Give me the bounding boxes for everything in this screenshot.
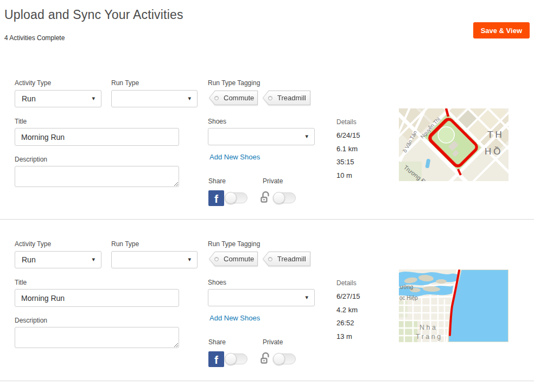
- detail-date: 6/24/15: [336, 129, 360, 143]
- facebook-icon[interactable]: f: [208, 351, 224, 367]
- title-label: Title: [15, 118, 27, 125]
- tag-hole-icon: [268, 96, 272, 100]
- map-area-label: TH: [487, 130, 504, 140]
- save-and-view-button[interactable]: Save & View: [473, 22, 530, 38]
- treadmill-tag-button[interactable]: Treadmill: [263, 91, 310, 105]
- tag-inner: Commute: [209, 252, 257, 266]
- activities-complete-status: 4 Activities Complete: [4, 34, 65, 42]
- shoes-label: Shoes: [208, 279, 226, 286]
- activity-type-select[interactable]: Run ▾: [15, 251, 101, 268]
- tag-hole-icon: [214, 257, 219, 261]
- lock-open-icon: [260, 351, 270, 364]
- description-label: Description: [15, 156, 47, 163]
- shoes-label: Shoes: [208, 118, 226, 125]
- add-new-shoes-link[interactable]: Add New Shoes: [209, 314, 260, 322]
- activity-card: Activity Type Run Type Run Type Tagging …: [0, 237, 534, 380]
- map-city-label: Trang: [416, 333, 443, 340]
- tag-inner: Treadmill: [263, 252, 310, 266]
- run-type-label: Run Type: [111, 240, 139, 248]
- activity-details: 6/24/15 6.1 km 35:15 10 m: [336, 129, 360, 182]
- activity-type-value: Run: [22, 94, 36, 103]
- row-divider: [0, 219, 534, 220]
- private-toggle[interactable]: [273, 192, 296, 203]
- page-title: Upload and Sync Your Activities: [4, 8, 183, 22]
- treadmill-tag-label: Treadmill: [277, 255, 306, 263]
- treadmill-tag-label: Treadmill: [277, 94, 306, 102]
- chevron-down-icon: ▾: [305, 294, 308, 301]
- detail-distance: 4.2 km: [336, 304, 360, 317]
- commute-tag-label: Commute: [224, 255, 254, 263]
- activity-type-label: Activity Type: [15, 240, 51, 248]
- facebook-share-toggle[interactable]: [225, 192, 247, 203]
- treadmill-tag-button[interactable]: Treadmill: [263, 252, 310, 266]
- title-input[interactable]: [15, 128, 179, 146]
- map-area-label: HỒ: [485, 146, 503, 157]
- share-label: Share: [208, 177, 226, 185]
- run-type-select[interactable]: ▾: [111, 251, 198, 268]
- activity-type-select[interactable]: Run ▾: [15, 90, 101, 107]
- upload-sync-page: Upload and Sync Your Activities 4 Activi…: [0, 0, 534, 392]
- commute-tag-label: Commute: [224, 94, 254, 102]
- chevron-down-icon: ▾: [188, 256, 191, 263]
- detail-date: 6/27/15: [336, 290, 360, 304]
- activity-card: Activity Type Run Type Run Type Tagging …: [0, 76, 534, 219]
- tag-hole-icon: [268, 257, 272, 261]
- facebook-share-toggle[interactable]: [225, 354, 247, 364]
- detail-elevation: 13 m: [336, 330, 360, 344]
- detail-duration: 35:15: [336, 156, 360, 169]
- map-city-label: Nha: [419, 324, 437, 331]
- map-street-label: ường: [400, 284, 413, 290]
- route-map-thumbnail: ồ Văn Tân Nguyễn Thị Trương Đ TH HỒ: [399, 108, 508, 181]
- shoes-select[interactable]: ▾: [208, 289, 315, 306]
- description-label: Description: [15, 317, 47, 324]
- toggle-knob: [225, 192, 237, 204]
- details-label: Details: [336, 279, 357, 287]
- private-toggle[interactable]: [273, 354, 296, 364]
- description-textarea[interactable]: [15, 327, 179, 348]
- shoes-select[interactable]: ▾: [208, 128, 315, 145]
- run-type-tagging-label: Run Type Tagging: [208, 240, 260, 248]
- toggle-knob: [273, 353, 285, 365]
- run-type-tagging-label: Run Type Tagging: [208, 79, 260, 87]
- commute-tag-button[interactable]: Commute: [209, 252, 258, 266]
- lock-open-icon: [260, 190, 270, 203]
- detail-distance: 6.1 km: [336, 143, 360, 156]
- commute-tag-button[interactable]: Commute: [209, 91, 258, 105]
- activity-type-value: Run: [22, 255, 36, 264]
- route-map-thumbnail: ường ọc Hiệp Nha Trang: [399, 269, 508, 342]
- detail-duration: 26:52: [336, 317, 360, 330]
- private-label: Private: [263, 338, 283, 346]
- activity-type-label: Activity Type: [15, 79, 51, 87]
- map-street-label: ọc Hiệp: [399, 295, 418, 301]
- add-new-shoes-link[interactable]: Add New Shoes: [209, 153, 260, 161]
- tag-inner: Treadmill: [263, 91, 310, 105]
- toggle-knob: [225, 353, 237, 365]
- tag-hole-icon: [214, 96, 219, 100]
- activity-details: 6/27/15 4.2 km 26:52 13 m: [336, 290, 360, 343]
- title-input[interactable]: [15, 289, 179, 307]
- title-label: Title: [15, 279, 27, 286]
- private-label: Private: [263, 177, 283, 185]
- chevron-down-icon: ▾: [305, 133, 308, 140]
- run-type-select[interactable]: ▾: [111, 90, 198, 107]
- bottom-divider: [0, 381, 534, 381]
- chevron-down-icon: ▾: [92, 95, 95, 102]
- share-label: Share: [208, 338, 226, 346]
- detail-elevation: 10 m: [336, 169, 360, 183]
- facebook-icon[interactable]: f: [208, 190, 224, 206]
- details-label: Details: [336, 118, 357, 126]
- tag-inner: Commute: [209, 91, 257, 105]
- chevron-down-icon: ▾: [92, 256, 95, 263]
- description-textarea[interactable]: [15, 166, 179, 187]
- run-type-label: Run Type: [111, 79, 139, 87]
- chevron-down-icon: ▾: [188, 95, 191, 102]
- toggle-knob: [273, 192, 285, 204]
